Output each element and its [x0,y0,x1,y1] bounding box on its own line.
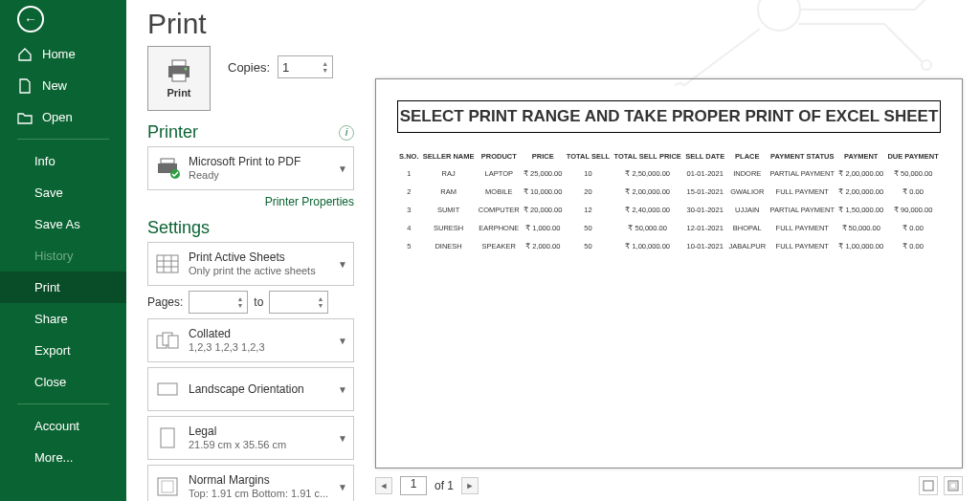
setting-text: Print Active SheetsOnly print the active… [189,250,330,277]
spinner-arrows: ▲▼ [322,60,328,74]
cell: 01-01-2021 [683,164,726,183]
settings-heading: Settings [147,218,354,238]
printer-text: Microsoft Print to PDF Ready [189,155,330,182]
cell: RAM [421,183,477,201]
nav-share[interactable]: Share [0,303,126,335]
col-header: TOTAL SELL PRICE [612,148,683,164]
printer-selector[interactable]: Microsoft Print to PDF Ready ▼ [147,146,354,190]
copies-spinner[interactable]: 1 ▲▼ [278,55,333,78]
svg-rect-26 [924,481,933,490]
cell: 50 [565,219,612,237]
zoom-margins-button[interactable] [944,476,963,495]
cell: ₹ 20,000.00 [522,201,565,219]
nav-label: Close [34,375,66,389]
page-title: Print [147,8,354,40]
setting-orientation[interactable]: Landscape Orientation ▼ [147,367,354,411]
svg-rect-5 [172,60,186,66]
setting-text: Normal MarginsTop: 1.91 cm Bottom: 1.91 … [189,473,330,500]
nav-new[interactable]: New [0,70,126,101]
nav-separator [17,139,109,140]
svg-rect-28 [950,483,956,489]
chevron-down-icon: ▼ [338,259,347,270]
cell: DINESH [421,237,477,255]
table-row: 2RAMMOBILE₹ 10,000.0020₹ 2,00,000.0015-0… [397,183,941,201]
cell: ₹ 1,50,000.00 [836,201,885,219]
cell: MOBILE [477,183,522,201]
cell: LAPTOP [477,164,522,183]
nav-separator [17,403,109,404]
collate-icon [154,327,181,354]
cell: 50 [565,237,612,255]
print-button[interactable]: Print [147,46,211,111]
svg-rect-6 [172,74,186,81]
nav-print[interactable]: Print [0,272,126,303]
cell: PARTIAL PAYMENT [768,164,836,183]
zoom-controls [919,476,963,495]
cell: ₹ 25,000.00 [522,164,565,183]
cell: EARPHONE [477,219,522,237]
table-row: 4SURESHEARPHONE₹ 1,000.0050₹ 50,000.0012… [397,219,941,237]
col-header: TOTAL SELL [565,148,612,164]
pager-current-input[interactable]: 1 [400,476,427,495]
pager: ◄ 1 of 1 ► [375,476,963,495]
pages-label: Pages: [147,295,183,309]
cell: SPEAKER [477,237,522,255]
back-button[interactable]: ← [17,6,44,33]
copies-row: Copies: 1 ▲▼ [228,55,333,78]
printer-name: Microsoft Print to PDF [189,155,330,168]
preview-column: SELECT PRINT RANGE AND TAKE PROPER PRINT… [375,0,980,501]
printer-properties-link[interactable]: Printer Properties [147,195,354,208]
col-header: DUE PAYMENT [885,148,941,164]
nav-history: History [0,240,126,272]
zoom-to-page-button[interactable] [919,476,938,495]
table-row: 5DINESHSPEAKER₹ 2,000.0050₹ 1,00,000.001… [397,237,941,255]
pager-of-label: of 1 [434,479,454,492]
nav-label: Home [42,47,76,61]
nav-export[interactable]: Export [0,335,126,366]
nav-home[interactable]: Home [0,38,126,70]
cell: 12-01-2021 [683,219,726,237]
cell: ₹ 10,000.00 [522,183,565,201]
chevron-down-icon: ▼ [338,163,347,174]
setting-collation[interactable]: Collated1,2,3 1,2,3 1,2,3 ▼ [147,318,354,362]
nav-account[interactable]: Account [0,410,126,442]
pager-prev-button[interactable]: ◄ [375,477,392,494]
preview-title: SELECT PRINT RANGE AND TAKE PROPER PRINT… [397,100,941,133]
cell: SUMIT [421,201,477,219]
cell: 4 [397,219,421,237]
settings-column: Print Print Copies: 1 ▲▼ Printer i [126,0,375,501]
nav-label: Save [34,185,63,200]
cell: 1 [397,164,421,183]
heading-text: Printer [147,122,198,142]
cell: UJJAIN [726,201,768,219]
col-header: SELL DATE [683,148,726,164]
col-header: PAYMENT [836,148,885,164]
printer-status-icon [154,155,181,182]
pages-range-row: Pages: ▲▼ to ▲▼ [147,291,354,314]
cell: FULL PAYMENT [768,237,836,255]
cell: ₹ 2,00,000.00 [836,183,885,201]
nav-label: Share [34,312,68,326]
info-icon[interactable]: i [339,125,354,141]
nav-save[interactable]: Save [0,177,126,208]
nav-save-as[interactable]: Save As [0,208,126,240]
table-row: 1RAJLAPTOP₹ 25,000.0010₹ 2,50,000.0001-0… [397,164,941,183]
cell: ₹ 50,000.00 [885,164,941,183]
pages-to-spinner[interactable]: ▲▼ [269,291,328,314]
cell: COMPUTER [477,201,522,219]
cell: 30-01-2021 [683,201,726,219]
cell: ₹ 1,00,000.00 [836,237,885,255]
nav-label: Export [34,343,71,358]
setting-print-area[interactable]: Print Active SheetsOnly print the active… [147,242,354,286]
nav-info[interactable]: Info [0,145,126,177]
pages-from-spinner[interactable]: ▲▼ [189,291,248,314]
nav-label: Open [42,110,73,124]
nav-close[interactable]: Close [0,366,126,398]
nav-open[interactable]: Open [0,101,126,133]
nav-more[interactable]: More... [0,442,126,473]
setting-margins[interactable]: Normal MarginsTop: 1.91 cm Bottom: 1.91 … [147,465,354,501]
copies-label: Copies: [228,60,270,75]
setting-paper-size[interactable]: Legal21.59 cm x 35.56 cm ▼ [147,416,354,460]
pager-next-button[interactable]: ► [461,477,479,494]
preview-table: S.NO.SELLER NAMEPRODUCTPRICETOTAL SELLTO… [397,148,941,255]
